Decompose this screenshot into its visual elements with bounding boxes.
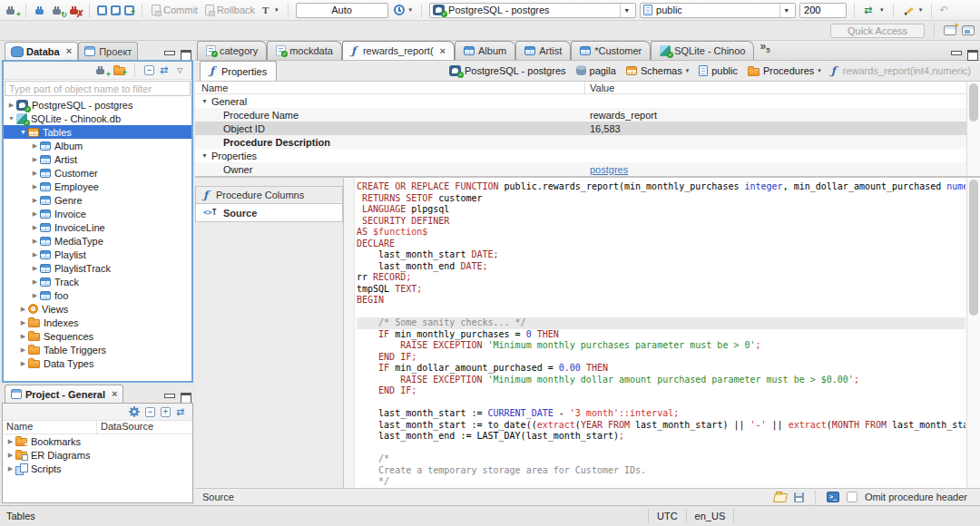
editor-tab-sqlite-chinoo[interactable]: SQLite - Chinoo xyxy=(651,41,754,60)
breadcrumb-item-public[interactable]: public xyxy=(699,65,738,76)
editor-tab-rewards-report[interactable]: rewards_report(× xyxy=(342,41,455,60)
tree-item-sqlite-chinook-db[interactable]: ▼SQLite - Chinook.db xyxy=(4,112,191,125)
previous-transactions-button[interactable]: ▾ xyxy=(392,5,415,15)
tree-item-views[interactable]: ▶Views xyxy=(4,302,191,316)
breadcrumb-item-postgresql-postgres[interactable]: PostgreSQL - postgres xyxy=(449,65,565,76)
tree-item-album[interactable]: ▶Album xyxy=(4,139,191,152)
expand-arrow-icon[interactable]: ▶ xyxy=(30,292,40,299)
editor-tab-category[interactable]: category xyxy=(197,41,267,60)
tree-item-artist[interactable]: ▶Artist xyxy=(4,152,191,166)
expand-arrow-icon[interactable]: ▶ xyxy=(18,360,28,367)
expand-arrow-icon[interactable]: ▶ xyxy=(5,465,15,472)
collapse-arrow-icon[interactable]: ▼ xyxy=(6,115,16,122)
save-to-file-icon[interactable] xyxy=(794,492,804,502)
close-icon[interactable]: × xyxy=(112,389,117,399)
maximize-icon[interactable] xyxy=(180,50,191,60)
collapse-all-icon[interactable] xyxy=(144,65,154,75)
property-row-procedure-name[interactable]: Procedure Namerewards_report xyxy=(195,108,980,122)
tree-item-sequences[interactable]: ▶Sequences xyxy=(4,329,191,343)
tree-item-invoiceline[interactable]: ▶InvoiceLine xyxy=(4,220,191,234)
source-scrollbar[interactable] xyxy=(966,178,980,488)
timezone-indicator[interactable]: UTC xyxy=(648,509,686,523)
tree-item-table-triggers[interactable]: ▶Table Triggers xyxy=(4,343,191,356)
expand-arrow-icon[interactable]: ▶ xyxy=(30,265,40,272)
editor-tab-artist[interactable]: Artist xyxy=(515,41,571,60)
minimize-icon[interactable] xyxy=(163,393,175,403)
expand-arrow-icon[interactable]: ▶ xyxy=(30,251,40,258)
undo-icon[interactable] xyxy=(939,5,951,16)
open-perspective-icon[interactable] xyxy=(944,25,956,35)
breadcrumb-item-pagila[interactable]: pagila xyxy=(576,65,616,76)
column-header-name[interactable]: Name xyxy=(3,421,97,433)
tree-item-tables[interactable]: ▼Tables xyxy=(4,125,191,139)
load-from-file-icon[interactable] xyxy=(773,493,788,502)
panel-tab-source[interactable]: Source xyxy=(195,204,343,222)
expand-arrow-icon[interactable]: ▶ xyxy=(30,210,40,218)
project-tree[interactable]: ▶Bookmarks▶ER Diagrams▶Scripts xyxy=(3,434,192,475)
property-row-general[interactable]: ▼General xyxy=(195,94,980,108)
expand-arrow-icon[interactable]: ▶ xyxy=(5,452,15,459)
transaction-log-button[interactable]: ▾ xyxy=(260,5,280,16)
rollback-button[interactable]: Rollback xyxy=(203,5,257,15)
disconnect-icon[interactable]: ✗ xyxy=(68,5,82,16)
new-folder-icon[interactable]: + xyxy=(113,67,125,75)
quick-access-box[interactable]: Quick Access xyxy=(830,24,925,38)
tab-properties[interactable]: Properties xyxy=(200,61,277,81)
expand-arrow-icon[interactable]: ▶ xyxy=(30,142,40,150)
tree-item-data-types[interactable]: ▶Data Types xyxy=(4,356,191,370)
gear-icon[interactable] xyxy=(129,406,140,417)
omit-procedure-header-checkbox[interactable] xyxy=(847,492,858,502)
column-header-value[interactable]: Value xyxy=(585,83,614,93)
column-header-datasource[interactable]: DataSource xyxy=(97,421,153,433)
expand-arrow-icon[interactable]: ▶ xyxy=(18,306,28,313)
source-code[interactable]: CREATE OR REPLACE FUNCTION public.reward… xyxy=(357,181,965,488)
close-icon[interactable]: × xyxy=(66,46,72,56)
generate-mock-data-button[interactable]: ▾ xyxy=(901,5,925,16)
breadcrumb-item-procedures[interactable]: Procedures▾ xyxy=(748,65,821,76)
collapse-arrow-icon[interactable]: ▼ xyxy=(18,129,28,135)
collapse-arrow-icon[interactable]: ▼ xyxy=(201,98,208,104)
expand-arrow-icon[interactable]: ▶ xyxy=(30,238,40,245)
object-filter-input[interactable] xyxy=(5,81,191,96)
editor-tab-customer[interactable]: *Customer xyxy=(571,41,651,60)
active-schema-combo[interactable]: public ▼ xyxy=(640,3,796,18)
commit-button[interactable]: Commit xyxy=(150,5,200,15)
breadcrumb-item-rewards-report-int4-numeric[interactable]: rewards_report(int4,numeric) xyxy=(831,65,971,77)
maximize-icon[interactable] xyxy=(180,393,191,403)
project-item-er-diagrams[interactable]: ▶ER Diagrams xyxy=(3,448,192,462)
property-row-properties[interactable]: ▼Properties xyxy=(195,149,980,162)
property-row-procedure-description[interactable]: Procedure Description xyxy=(195,135,980,149)
tab-project-general[interactable]: Project - General × xyxy=(5,385,123,403)
commit-mode-combo[interactable]: Auto xyxy=(296,3,388,18)
panel-tab-procedure-columns[interactable]: Procedure Columns xyxy=(195,186,343,204)
chevron-down-icon[interactable]: ▾ xyxy=(818,67,821,74)
scrollbar-thumb[interactable] xyxy=(969,83,978,122)
tree-item-invoice[interactable]: ▶Invoice xyxy=(4,207,191,220)
reconnect-icon[interactable]: ↻ xyxy=(51,5,64,16)
tree-item-postgresql-postgres[interactable]: ▶PostgreSQL - postgres xyxy=(4,98,191,112)
tab-database-navigator[interactable]: Databa × xyxy=(5,42,78,60)
expand-all-icon[interactable] xyxy=(161,407,171,417)
expand-arrow-icon[interactable]: ▶ xyxy=(30,224,40,231)
editor-tab-mockdata[interactable]: mockdata xyxy=(267,41,342,60)
column-header-name[interactable]: Name xyxy=(195,82,585,93)
editor-tab-album[interactable]: Album xyxy=(455,41,515,60)
close-icon[interactable]: × xyxy=(440,46,446,56)
new-sql-editor-icon[interactable]: + xyxy=(124,5,134,15)
property-value[interactable]: postgres xyxy=(585,164,980,175)
minimize-icon[interactable] xyxy=(163,50,175,60)
tree-item-playlist[interactable]: ▶Playlist xyxy=(4,248,191,261)
open-sql-script-icon[interactable]: → xyxy=(111,5,121,15)
expand-arrow-icon[interactable]: ▶ xyxy=(30,183,40,190)
expand-arrow-icon[interactable]: ▶ xyxy=(18,346,28,354)
sql-editor-icon[interactable] xyxy=(97,5,107,15)
navigator-tree[interactable]: ▶PostgreSQL - postgres▼SQLite - Chinook.… xyxy=(4,96,191,381)
expand-arrow-icon[interactable]: ▶ xyxy=(30,278,40,286)
minimize-icon[interactable] xyxy=(950,50,962,60)
source-editor[interactable]: CREATE OR REPLACE FUNCTION public.reward… xyxy=(343,177,980,488)
tree-item-mediatype[interactable]: ▶MediaType xyxy=(4,234,191,248)
tab-projects[interactable]: Проект xyxy=(78,42,138,60)
expand-arrow-icon[interactable]: ▶ xyxy=(30,170,40,177)
maximize-icon[interactable] xyxy=(966,50,978,60)
chevron-down-icon[interactable]: ▼ xyxy=(779,4,792,17)
